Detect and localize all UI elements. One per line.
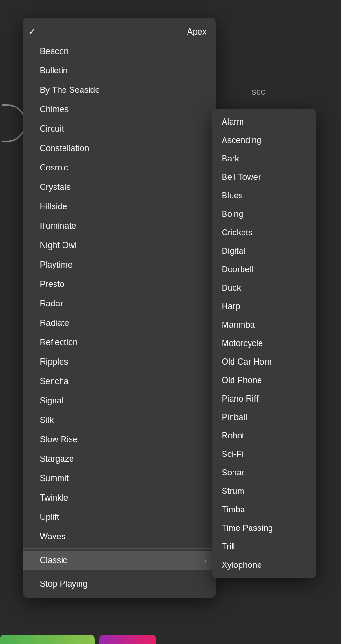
left-dropdown-menu: ApexBeaconBulletinBy The SeasideChimesCi… [23, 18, 216, 598]
right-menu-item-bark[interactable]: Bark [212, 150, 316, 168]
left-menu-item-cosmic[interactable]: Cosmic [23, 158, 216, 178]
left-menu-item-stargaze[interactable]: Stargaze [23, 449, 216, 469]
right-menu-item-motorcycle[interactable]: Motorcycle [212, 334, 316, 353]
right-menu-item-marimba[interactable]: Marimba [212, 316, 316, 334]
right-menu-item-pinball[interactable]: Pinball [212, 408, 316, 427]
right-menu-item-old-phone[interactable]: Old Phone [212, 371, 316, 390]
right-menu-item-ascending[interactable]: Ascending [212, 131, 316, 150]
right-menu-item-crickets[interactable]: Crickets [212, 224, 316, 242]
left-menu-item-by-the-seaside[interactable]: By The Seaside [23, 80, 216, 100]
left-menu-item-bulletin[interactable]: Bulletin [23, 61, 216, 80]
menu-divider [23, 548, 216, 549]
left-menu-item-slow-rise[interactable]: Slow Rise [23, 430, 216, 449]
left-menu-item-ripples[interactable]: Ripples [23, 352, 216, 372]
menu-divider-2 [23, 572, 216, 572]
left-menu-item-beacon[interactable]: Beacon [23, 42, 216, 61]
right-menu-item-duck[interactable]: Duck [212, 279, 316, 297]
right-menu-item-bell-tower[interactable]: Bell Tower [212, 168, 316, 187]
right-menu-item-trill[interactable]: Trill [212, 537, 316, 556]
left-menu-item-radar[interactable]: Radar [23, 294, 216, 313]
left-menu-item-twinkle[interactable]: Twinkle [23, 488, 216, 508]
right-menu-item-harp[interactable]: Harp [212, 297, 316, 316]
left-menu-item-playtime[interactable]: Playtime [23, 255, 216, 275]
left-menu-item-silk[interactable]: Silk [23, 411, 216, 430]
right-menu-item-old-car-horn[interactable]: Old Car Horn [212, 353, 316, 371]
left-menu-item-hillside[interactable]: Hillside [23, 197, 216, 216]
left-menu-item-reflection[interactable]: Reflection [23, 333, 216, 352]
right-menu-item-xylophone[interactable]: Xylophone [212, 556, 316, 574]
right-menu-item-timba[interactable]: Timba [212, 501, 316, 519]
left-menu-item-apex[interactable]: Apex [23, 22, 216, 42]
right-menu-item-boing[interactable]: Boing [212, 205, 316, 224]
left-menu-item-uplift[interactable]: Uplift [23, 508, 216, 527]
right-menu-item-doorbell[interactable]: Doorbell [212, 260, 316, 279]
left-menu-item-chimes[interactable]: Chimes [23, 100, 216, 119]
right-dropdown-menu: AlarmAscendingBarkBell TowerBluesBoingCr… [212, 109, 316, 578]
right-menu-item-blues[interactable]: Blues [212, 187, 316, 205]
left-menu-item-presto[interactable]: Presto [23, 275, 216, 294]
left-menu-item-circuit[interactable]: Circuit [23, 119, 216, 139]
right-menu-item-robot[interactable]: Robot [212, 427, 316, 445]
left-menu-item-radiate[interactable]: Radiate [23, 313, 216, 333]
left-menu-item-night-owl[interactable]: Night Owl [23, 236, 216, 255]
left-menu-item-waves[interactable]: Waves [23, 527, 216, 546]
right-menu-item-alarm[interactable]: Alarm [212, 113, 316, 131]
right-menu-item-time-passing[interactable]: Time Passing [212, 519, 316, 537]
left-menu-item-sencha[interactable]: Sencha [23, 372, 216, 391]
green-bar-decoration [0, 635, 95, 644]
left-menu-item-summit[interactable]: Summit [23, 469, 216, 488]
left-menu-item-constellation[interactable]: Constellation [23, 139, 216, 158]
left-menu-item-classic[interactable]: Classic› [23, 551, 216, 570]
right-menu-item-strum[interactable]: Strum [212, 482, 316, 501]
right-menu-item-piano-riff[interactable]: Piano Riff [212, 390, 316, 408]
right-menu-item-digital[interactable]: Digital [212, 242, 316, 260]
chevron-right-icon: › [204, 556, 206, 565]
left-menu-item-stop-playing[interactable]: Stop Playing [23, 574, 216, 594]
sec-label: sec [252, 87, 265, 97]
left-menu-item-crystals[interactable]: Crystals [23, 178, 216, 197]
purple-bar-decoration [99, 635, 156, 644]
right-menu-item-sonar[interactable]: Sonar [212, 464, 316, 482]
right-menu-item-sci-fi[interactable]: Sci-Fi [212, 445, 316, 464]
left-menu-item-signal[interactable]: Signal [23, 391, 216, 411]
left-menu-item-illuminate[interactable]: Illuminate [23, 216, 216, 236]
